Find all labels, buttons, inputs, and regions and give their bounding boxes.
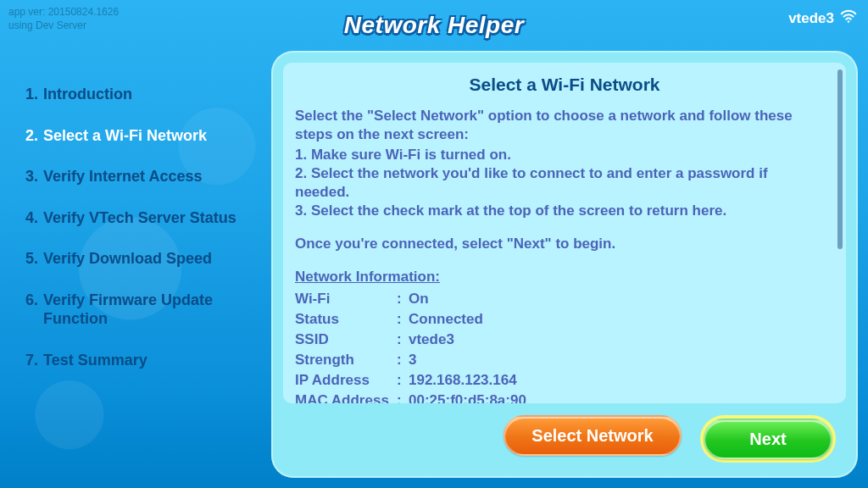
panel-title: Select a Wi-Fi Network	[295, 75, 834, 95]
netinfo-value: 00:25:f0:d5:8a:90	[409, 392, 526, 403]
instructions: Select the "Select Network" option to ch…	[295, 107, 834, 221]
wifi-ssid-label: vtede3	[788, 10, 834, 27]
button-row: Select Network Next	[271, 410, 858, 478]
sidebar-item-step-5[interactable]: 5.Verify Download Speed	[25, 249, 254, 269]
network-info-table: Wi-Fi: OnStatus: ConnectedSSID: vtede3St…	[295, 291, 834, 403]
sidebar-item-label: Test Summary	[43, 351, 254, 370]
app-version-text: app ver: 20150824.1626	[8, 5, 119, 19]
sidebar-item-label: Verify VTech Server Status	[43, 208, 254, 228]
sidebar-item-number: 1.	[25, 85, 38, 104]
sidebar-item-label: Verify Firmware Update Function	[43, 291, 254, 329]
server-note-text: using Dev Server	[8, 19, 119, 32]
netinfo-row: SSID: vtede3	[295, 331, 834, 348]
netinfo-separator: :	[397, 352, 409, 369]
netinfo-separator: :	[397, 331, 409, 348]
app-screen: app ver: 20150824.1626 using Dev Server …	[0, 0, 868, 488]
sidebar-item-label: Verify Download Speed	[43, 249, 254, 269]
sidebar-item-number: 3.	[25, 167, 38, 186]
netinfo-separator: :	[397, 392, 409, 403]
sidebar-item-number: 4.	[25, 208, 38, 228]
sidebar-item-step-3[interactable]: 3.Verify Internet Access	[25, 167, 254, 186]
netinfo-separator: :	[397, 311, 409, 328]
sidebar-item-step-6[interactable]: 6.Verify Firmware Update Function	[25, 291, 254, 329]
intro-lead: Select the "Select Network" option to ch…	[295, 107, 824, 144]
next-button[interactable]: Next	[704, 419, 832, 459]
select-network-button[interactable]: Select Network	[504, 415, 682, 456]
netinfo-row: Status: Connected	[295, 311, 834, 328]
wifi-icon	[839, 7, 858, 30]
netinfo-row: IP Address: 192.168.123.164	[295, 372, 834, 389]
netinfo-key: IP Address	[295, 372, 397, 389]
netinfo-row: MAC Address: 00:25:f0:d5:8a:90	[295, 392, 834, 403]
netinfo-separator: :	[397, 291, 409, 308]
sidebar-item-number: 2.	[25, 126, 38, 146]
footer-note: Once you're connected, select "Next" to …	[295, 235, 834, 253]
sidebar-item-label: Verify Internet Access	[43, 167, 254, 186]
wifi-status[interactable]: vtede3	[788, 7, 858, 30]
sidebar-item-step-1[interactable]: 1.Introduction	[25, 85, 254, 104]
sidebar-item-step-4[interactable]: 4.Verify VTech Server Status	[25, 208, 254, 228]
page-title: Network Helper	[0, 0, 868, 39]
netinfo-value: 3	[409, 352, 416, 369]
scrollbar-thumb[interactable]	[837, 69, 843, 249]
instruction-step-1: 1. Make sure Wi-Fi is turned on.	[295, 146, 824, 164]
netinfo-key: Wi-Fi	[295, 291, 397, 308]
netinfo-key: MAC Address	[295, 392, 397, 403]
instruction-steps: 1. Make sure Wi-Fi is turned on.2. Selec…	[295, 146, 824, 220]
instruction-step-2: 2. Select the network you'd like to conn…	[295, 164, 824, 202]
sidebar-item-step-2[interactable]: 2.Select a Wi-Fi Network	[25, 126, 254, 146]
sidebar-item-number: 5.	[25, 249, 38, 269]
scrollbar[interactable]	[837, 69, 843, 396]
netinfo-separator: :	[397, 372, 409, 389]
content-scroll: Select a Wi-Fi Network Select the "Selec…	[283, 63, 846, 403]
sidebar-item-number: 6.	[25, 291, 38, 329]
netinfo-value: On	[409, 291, 429, 308]
sidebar-item-step-7[interactable]: 7.Test Summary	[25, 351, 254, 370]
netinfo-value: vtede3	[409, 331, 454, 348]
sidebar-item-label: Introduction	[43, 85, 254, 104]
next-button-highlight: Next	[700, 415, 836, 463]
netinfo-key: Strength	[295, 352, 397, 369]
select-network-label: Select Network	[531, 426, 653, 446]
netinfo-value: Connected	[409, 311, 483, 328]
netinfo-row: Strength: 3	[295, 352, 834, 369]
main-layout: 1.Introduction2.Select a Wi-Fi Network3.…	[0, 51, 868, 488]
netinfo-row: Wi-Fi: On	[295, 291, 834, 308]
next-button-label: Next	[749, 430, 786, 449]
sidebar-item-label: Select a Wi-Fi Network	[43, 126, 254, 146]
content-panel: Select a Wi-Fi Network Select the "Selec…	[271, 51, 858, 478]
netinfo-key: SSID	[295, 331, 397, 348]
netinfo-value: 192.168.123.164	[409, 372, 517, 389]
steps-sidebar: 1.Introduction2.Select a Wi-Fi Network3.…	[0, 51, 271, 488]
version-info: app ver: 20150824.1626 using Dev Server	[8, 5, 119, 32]
netinfo-key: Status	[295, 311, 397, 328]
network-info-title: Network Information:	[295, 269, 834, 286]
instruction-step-3: 3. Select the check mark at the top of t…	[295, 202, 824, 220]
svg-point-0	[848, 20, 850, 23]
sidebar-item-number: 7.	[25, 351, 38, 370]
